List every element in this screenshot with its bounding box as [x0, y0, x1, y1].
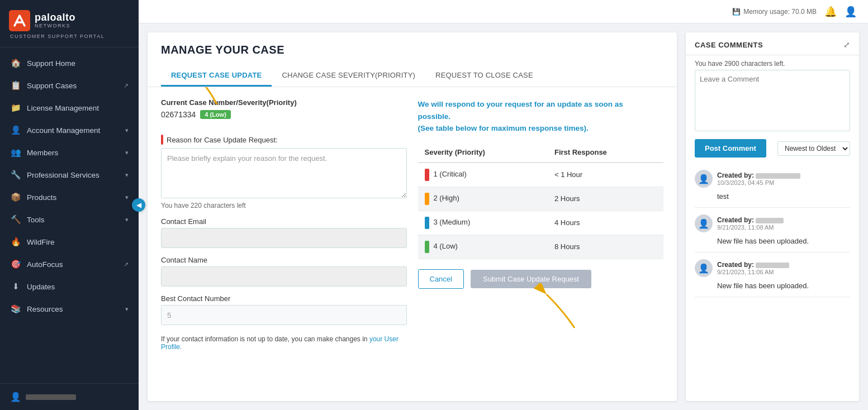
- sidebar-item-products[interactable]: 📦 Products ▾: [0, 186, 139, 208]
- comment-textarea[interactable]: [695, 70, 850, 131]
- sidebar-item-members[interactable]: 👥 Members ▾: [0, 141, 139, 164]
- submit-button[interactable]: Submit Case Update Request: [471, 270, 591, 288]
- logo-brand-name: paloalto: [35, 12, 75, 23]
- products-icon: 📦: [10, 192, 21, 202]
- sidebar-item-label: Members: [27, 149, 58, 157]
- update-message-line1: We will respond to your request for an u…: [418, 98, 664, 111]
- post-comment-button[interactable]: Post Comment: [695, 139, 766, 158]
- chars-remaining-label: You have 220 characters left: [161, 202, 407, 209]
- sidebar-footer: 👤: [0, 383, 139, 410]
- update-message-line3: (See table below for maximum response ti…: [418, 122, 664, 135]
- members-icon: 👥: [10, 147, 21, 158]
- table-row: 3 (Medium) 4 Hours: [418, 211, 664, 235]
- sidebar-item-label: Products: [27, 193, 56, 202]
- comment-text: New file has been uploaded.: [695, 282, 850, 290]
- comments-title: CASE COMMENTS: [695, 41, 763, 49]
- avatar: 👤: [695, 170, 713, 188]
- memory-usage-text: Memory usage: 70.0 MB: [743, 8, 817, 16]
- reason-bar-indicator: [161, 135, 163, 145]
- resources-icon: 📚: [10, 304, 21, 314]
- avatar: 👤: [695, 259, 713, 277]
- chevron-down-icon: ▾: [125, 149, 129, 156]
- author-name-redacted: [756, 263, 789, 268]
- comment-text: New file has been uploaded.: [695, 237, 850, 245]
- contact-info-note: If your contact information is not up to…: [161, 335, 407, 351]
- severity-indicator-critical: [425, 169, 429, 181]
- author-name-redacted: [756, 173, 800, 179]
- sidebar-item-tools[interactable]: 🔨 Tools ▾: [0, 208, 139, 231]
- contact-email-label: Contact Email: [161, 217, 407, 226]
- table-header-severity: Severity (Priority): [418, 142, 548, 163]
- page-title: MANAGE YOUR CASE: [161, 44, 663, 56]
- tab-request-close[interactable]: REQUEST TO CLOSE CASE: [425, 65, 543, 87]
- contact-number-label: Best Contact Number: [161, 294, 407, 303]
- response-cell: 8 Hours: [548, 235, 663, 259]
- sidebar-item-updates[interactable]: ⬇ Updates: [0, 275, 139, 298]
- expand-icon[interactable]: ⤢: [843, 40, 850, 49]
- sidebar-item-label: Professional Services: [27, 171, 99, 179]
- sidebar-item-resources[interactable]: 📚 Resources ▾: [0, 298, 139, 320]
- reason-section: Reason for Case Update Request: Please b…: [161, 135, 407, 209]
- wildfire-icon: 🔥: [10, 237, 21, 247]
- sidebar-item-label: Account Management: [27, 126, 100, 135]
- severity-cell: 2 (High): [418, 187, 548, 211]
- comment-meta: 👤 Created by: 10/3/2023, 04:45 PM: [695, 170, 850, 188]
- sidebar-item-wildfire[interactable]: 🔥 WildFire: [0, 231, 139, 253]
- sidebar-item-support-home[interactable]: 🏠 Support Home: [0, 52, 139, 74]
- contact-name-input[interactable]: [161, 266, 407, 287]
- case-number-section: Current Case Number/Severity(Priority) 0…: [161, 98, 407, 119]
- comment-date: 10/3/2023, 04:45 PM: [717, 179, 800, 186]
- contact-number-input[interactable]: [161, 305, 407, 325]
- services-icon: 🔧: [10, 170, 21, 180]
- comment-author: Created by:: [717, 216, 784, 224]
- sidebar-item-label: Resources: [27, 305, 63, 313]
- comment-text: test: [695, 192, 850, 201]
- action-buttons: Cancel Submit Case Update Request: [418, 269, 664, 289]
- top-bar: 💾 Memory usage: 70.0 MB 🔔 👤: [139, 0, 868, 23]
- comment-author-info: Created by: 10/3/2023, 04:45 PM: [717, 171, 800, 186]
- avatar: 👤: [695, 214, 713, 232]
- sidebar-item-autofocus[interactable]: 🎯 AutoFocus ↗: [0, 253, 139, 275]
- severity-indicator-high: [425, 193, 429, 205]
- content-area: MANAGE YOUR CASE REQUEST CASE UPDATE CHA…: [139, 23, 868, 410]
- update-message: We will respond to your request for an u…: [418, 98, 664, 135]
- sort-select[interactable]: Newest to Oldest Oldest to Newest: [777, 141, 850, 156]
- form-left-column: Current Case Number/Severity(Priority) 0…: [161, 98, 407, 390]
- account-icon: 👤: [10, 125, 21, 135]
- contact-email-input[interactable]: [161, 228, 407, 248]
- main-area: 💾 Memory usage: 70.0 MB 🔔 👤 MANAGE YOUR …: [139, 0, 868, 410]
- comment-meta: 👤 Created by: 9/21/2023, 11:06 AM: [695, 259, 850, 277]
- response-cell: 2 Hours: [548, 187, 663, 211]
- chevron-down-icon: ▾: [125, 216, 129, 223]
- tab-change-severity[interactable]: CHANGE CASE SEVERITY(PRIORITY): [272, 65, 425, 87]
- sidebar-item-professional-services[interactable]: 🔧 Professional Services ▾: [0, 164, 139, 186]
- case-panel: MANAGE YOUR CASE REQUEST CASE UPDATE CHA…: [148, 32, 677, 401]
- license-icon: 📁: [10, 103, 21, 113]
- cancel-button[interactable]: Cancel: [418, 269, 464, 289]
- author-name-redacted: [756, 218, 784, 223]
- comments-header: CASE COMMENTS ⤢: [686, 32, 859, 55]
- update-message-line2: possible.: [418, 111, 664, 123]
- notifications-icon[interactable]: 🔔: [824, 6, 837, 18]
- user-profile-icon[interactable]: 👤: [845, 6, 857, 18]
- memory-icon: 💾: [732, 8, 741, 16]
- logo-area: paloalto NETWORKS CUSTOMER SUPPORT PORTA…: [0, 0, 139, 47]
- table-row: 2 (High) 2 Hours: [418, 187, 664, 211]
- contact-note-text: If your contact information is not up to…: [161, 335, 369, 343]
- chevron-down-icon: ▾: [125, 171, 129, 179]
- sidebar-item-account-management[interactable]: 👤 Account Management ▾: [0, 119, 139, 141]
- sidebar-item-license-management[interactable]: 📁 License Management: [0, 97, 139, 119]
- response-cell: 4 Hours: [548, 211, 663, 235]
- contact-number-field: Best Contact Number: [161, 294, 407, 325]
- contact-name-label: Contact Name: [161, 256, 407, 264]
- comment-meta: 👤 Created by: 9/21/2023, 11:08 AM: [695, 214, 850, 232]
- tab-request-update[interactable]: REQUEST CASE UPDATE: [161, 65, 272, 87]
- logo-portal-label: CUSTOMER SUPPORT PORTAL: [9, 34, 105, 39]
- severity-indicator-low: [425, 241, 429, 253]
- sidebar-item-support-cases[interactable]: 📋 Support Cases ↗: [0, 74, 139, 97]
- external-link-icon: ↗: [124, 82, 129, 89]
- severity-cell: 4 (Low): [418, 235, 548, 259]
- footer-username: [26, 394, 76, 400]
- sidebar-collapse-button[interactable]: ◀: [132, 198, 145, 212]
- reason-textarea[interactable]: Please briefly explain your reason for t…: [161, 148, 407, 198]
